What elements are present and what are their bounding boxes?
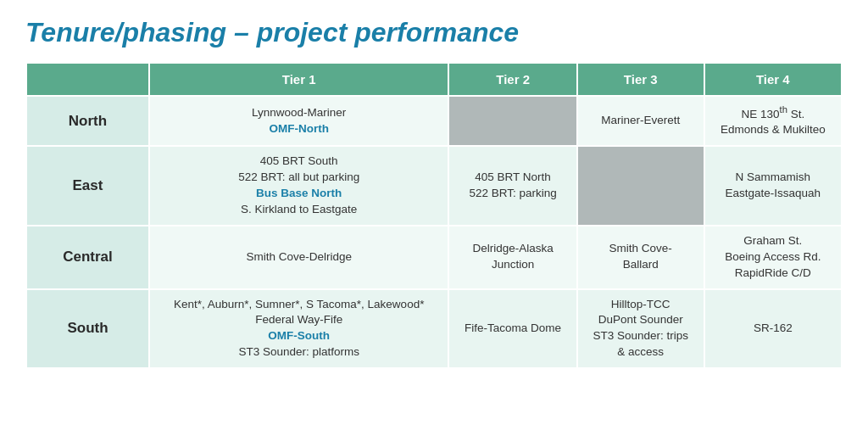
- table-row-central: Central Smith Cove-Delridge Delridge-Ala…: [26, 226, 842, 289]
- south-tier4: SR-162: [704, 289, 842, 369]
- south-tier2: Fife-Tacoma Dome: [448, 289, 576, 369]
- col-header-tier4: Tier 4: [704, 63, 842, 96]
- north-tier3: Mariner-Everett: [577, 96, 704, 146]
- south-tier3: Hilltop-TCC DuPont Sounder ST3 Sounder: …: [577, 289, 704, 369]
- col-header-tier1: Tier 1: [149, 63, 448, 96]
- central-tier2: Delridge-AlaskaJunction: [448, 226, 576, 289]
- east-tier2: 405 BRT North522 BRT: parking: [448, 146, 576, 226]
- central-tier3: Smith Cove-Ballard: [577, 226, 704, 289]
- omf-north-link: OMF-North: [269, 122, 328, 135]
- row-label-north: North: [26, 96, 149, 146]
- page-title: Tenure/phasing – project performance: [25, 17, 843, 48]
- performance-table: Tier 1 Tier 2 Tier 3 Tier 4 North Lynnwo…: [25, 62, 843, 369]
- table-header-row: Tier 1 Tier 2 Tier 3 Tier 4: [26, 63, 842, 96]
- table-row-south: South Kent*, Auburn*, Sumner*, S Tacoma*…: [26, 289, 842, 369]
- central-tier1: Smith Cove-Delridge: [149, 226, 448, 289]
- row-label-south: South: [26, 289, 149, 369]
- table-row-east: East 405 BRT South 522 BRT: all but park…: [26, 146, 842, 226]
- table-row-north: North Lynnwood-Mariner OMF-North Mariner…: [26, 96, 842, 146]
- north-tier4: NE 130th St.Edmonds & Mukilteo: [704, 96, 842, 146]
- east-tier3-grey: [577, 146, 704, 226]
- col-header-empty: [26, 63, 149, 96]
- north-tier1: Lynnwood-Mariner OMF-North: [149, 96, 448, 146]
- row-label-east: East: [26, 146, 149, 226]
- east-tier4: N SammamishEastgate-Issaquah: [704, 146, 842, 226]
- bus-base-north-link: Bus Base North: [256, 187, 342, 199]
- east-tier1: 405 BRT South 522 BRT: all but parking B…: [149, 146, 448, 226]
- north-tier2-grey: [448, 96, 576, 146]
- central-tier4: Graham St.Boeing Access Rd.RapidRide C/D: [704, 226, 842, 289]
- south-tier1: Kent*, Auburn*, Sumner*, S Tacoma*, Lake…: [149, 289, 448, 369]
- row-label-central: Central: [26, 226, 149, 289]
- col-header-tier2: Tier 2: [448, 63, 576, 96]
- col-header-tier3: Tier 3: [577, 63, 704, 96]
- omf-south-link: OMF-South: [268, 329, 330, 342]
